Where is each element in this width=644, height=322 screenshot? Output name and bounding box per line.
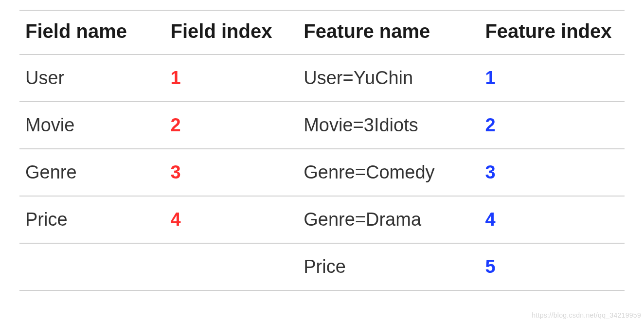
cell-feature-name: Movie=3Idiots — [298, 102, 479, 149]
cell-field-index: 4 — [165, 196, 298, 243]
table-header-row: Field name Field index Feature name Feat… — [19, 10, 625, 54]
cell-field-name: Genre — [19, 149, 165, 196]
cell-field-name: Price — [19, 196, 165, 243]
cell-field-index: 3 — [165, 149, 298, 196]
cell-feature-index: 1 — [479, 54, 625, 102]
cell-feature-name: Genre=Drama — [298, 196, 479, 243]
watermark-text: https://blog.csdn.net/qq_34219959 — [532, 311, 641, 319]
table-row: Movie 2 Movie=3Idiots 2 — [19, 102, 625, 149]
cell-field-name: Movie — [19, 102, 165, 149]
cell-feature-index: 3 — [479, 149, 625, 196]
cell-field-index: 2 — [165, 102, 298, 149]
cell-feature-name: Genre=Comedy — [298, 149, 479, 196]
header-field-name: Field name — [19, 10, 165, 54]
header-feature-index: Feature index — [479, 10, 625, 54]
cell-feature-index: 2 — [479, 102, 625, 149]
cell-feature-name: User=YuChin — [298, 54, 479, 102]
cell-feature-name: Price — [298, 243, 479, 290]
cell-field-name — [19, 243, 165, 290]
table-row: Genre 3 Genre=Comedy 3 — [19, 149, 625, 196]
header-feature-name: Feature name — [298, 10, 479, 54]
cell-feature-index: 5 — [479, 243, 625, 290]
cell-feature-index: 4 — [479, 196, 625, 243]
table-row: Price 4 Genre=Drama 4 — [19, 196, 625, 243]
table-row: User 1 User=YuChin 1 — [19, 54, 625, 102]
cell-field-index: 1 — [165, 54, 298, 102]
table-row: Price 5 — [19, 243, 625, 290]
mapping-table: Field name Field index Feature name Feat… — [19, 10, 625, 291]
cell-field-index — [165, 243, 298, 290]
cell-field-name: User — [19, 54, 165, 102]
header-field-index: Field index — [165, 10, 298, 54]
